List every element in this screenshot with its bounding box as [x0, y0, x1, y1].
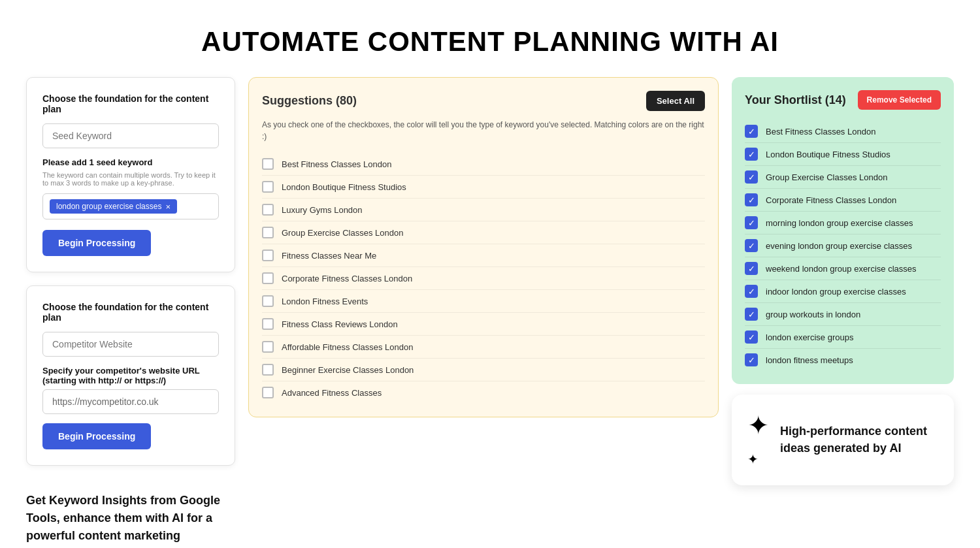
checked-checkbox-icon: ✓: [745, 216, 758, 229]
suggestions-title: Suggestions (80): [262, 94, 357, 108]
shortlist-list-item: ✓ evening london group exercise classes: [745, 234, 941, 257]
suggestion-label: Luxury Gyms London: [282, 205, 363, 215]
shortlist-item-label: group workouts in london: [766, 310, 860, 319]
shortlist-list-item: ✓ weekend london group exercise classes: [745, 257, 941, 280]
suggestion-label: Best Fitness Classes London: [282, 159, 391, 169]
middle-column: Suggestions (80) Select All As you check…: [248, 77, 719, 430]
suggestion-label: Fitness Class Reviews London: [282, 319, 398, 329]
suggestions-list: Best Fitness Classes London London Bouti…: [262, 153, 705, 404]
suggestion-label: Advanced Fitness Classes: [282, 388, 382, 398]
checked-checkbox-icon: ✓: [745, 125, 758, 138]
shortlist-item-label: Group Exercise Classes London: [766, 172, 887, 182]
shortlist-list-item: ✓ Best Fitness Classes London: [745, 120, 941, 143]
suggestion-label: London Boutique Fitness Studios: [282, 182, 406, 192]
suggestion-label: Group Exercise Classes London: [282, 228, 403, 238]
shortlist-list-item: ✓ london fitness meetups: [745, 349, 941, 371]
suggestion-checkbox[interactable]: [262, 318, 274, 330]
shortlist-item-label: morning london group exercise classes: [766, 218, 913, 228]
suggestion-label: Corporate Fitness Classes London: [282, 274, 412, 283]
shortlist-list-item: ✓ Group Exercise Classes London: [745, 166, 941, 189]
card2-foundation-input[interactable]: [42, 332, 219, 357]
suggestions-desc: As you check one of the checkboxes, the …: [262, 119, 705, 142]
suggestion-checkbox[interactable]: [262, 364, 274, 376]
page-title: AUTOMATE CONTENT PLANNING WITH AI: [0, 0, 980, 77]
suggestion-list-item: Group Exercise Classes London: [262, 221, 705, 244]
shortlist-header: Your Shortlist (14) Remove Selected: [745, 90, 941, 110]
card1-keyword-label: Please add 1 seed keyword: [42, 157, 219, 167]
checked-checkbox-icon: ✓: [745, 193, 758, 206]
ai-card-text: High-performance content ideas generated…: [780, 423, 938, 456]
card1-keyword-hint: The keyword can contain multiple words. …: [42, 171, 219, 187]
shortlist-list-item: ✓ indoor london group exercise classes: [745, 280, 941, 303]
shortlist-title: Your Shortlist (14): [745, 93, 846, 107]
suggestion-label: Beginner Exercise Classes London: [282, 365, 414, 375]
suggestion-checkbox[interactable]: [262, 295, 274, 307]
checked-checkbox-icon: ✓: [745, 170, 758, 184]
card1-foundation-input[interactable]: [42, 123, 219, 148]
seed-keyword-card: Choose the foundation for the content pl…: [26, 77, 235, 272]
suggestion-checkbox[interactable]: [262, 250, 274, 261]
shortlist-list-item: ✓ morning london group exercise classes: [745, 212, 941, 234]
suggestion-list-item: Luxury Gyms London: [262, 199, 705, 221]
tag-close-icon[interactable]: ×: [165, 202, 171, 211]
sparkle-icon: ✦✦: [747, 410, 770, 470]
remove-selected-button[interactable]: Remove Selected: [858, 90, 941, 110]
card1-foundation-label: Choose the foundation for the content pl…: [42, 93, 219, 114]
suggestion-checkbox[interactable]: [262, 158, 274, 170]
checked-checkbox-icon: ✓: [745, 148, 758, 161]
shortlist-item-label: london exercise groups: [766, 332, 853, 342]
suggestions-header: Suggestions (80) Select All: [262, 91, 705, 111]
shortlist-list-item: ✓ Corporate Fitness Classes London: [745, 189, 941, 212]
suggestion-list-item: Advanced Fitness Classes: [262, 381, 705, 404]
shortlist-list-item: ✓ london exercise groups: [745, 326, 941, 349]
suggestion-label: London Fitness Events: [282, 297, 368, 306]
card2-url-label: Specify your competitor's website URL (s…: [42, 366, 219, 385]
suggestion-list-item: Fitness Classes Near Me: [262, 244, 705, 267]
suggestion-list-item: Affordable Fitness Classes London: [262, 336, 705, 359]
suggestion-list-item: Beginner Exercise Classes London: [262, 359, 705, 381]
suggestion-checkbox[interactable]: [262, 341, 274, 353]
suggestion-list-item: London Fitness Events: [262, 290, 705, 313]
suggestion-label: Fitness Classes Near Me: [282, 251, 376, 261]
shortlist-list-item: ✓ London Boutique Fitness Studios: [745, 143, 941, 166]
begin-processing-btn-1[interactable]: Begin Processing: [42, 230, 151, 256]
bottom-left-text: Get Keyword Insights from Google Tools, …: [26, 492, 222, 548]
shortlist-item-label: evening london group exercise classes: [766, 241, 912, 251]
shortlist-item-label: London Boutique Fitness Studios: [766, 150, 890, 159]
checked-checkbox-icon: ✓: [745, 285, 758, 298]
left-column: Choose the foundation for the content pl…: [26, 77, 235, 548]
suggestion-checkbox[interactable]: [262, 227, 274, 238]
keyword-tag: london group exercise classes ×: [50, 199, 177, 214]
suggestion-list-item: Best Fitness Classes London: [262, 153, 705, 176]
suggestions-card: Suggestions (80) Select All As you check…: [248, 77, 719, 417]
keyword-tag-text: london group exercise classes: [56, 202, 161, 211]
checked-checkbox-icon: ✓: [745, 308, 758, 321]
ai-performance-card: ✦✦ High-performance content ideas genera…: [732, 395, 954, 485]
right-column: Your Shortlist (14) Remove Selected ✓ Be…: [732, 77, 954, 485]
card1-tag-container: london group exercise classes ×: [42, 193, 219, 219]
suggestion-checkbox[interactable]: [262, 272, 274, 284]
begin-processing-btn-2[interactable]: Begin Processing: [42, 423, 151, 449]
shortlist-item-label: Corporate Fitness Classes London: [766, 195, 896, 205]
checked-checkbox-icon: ✓: [745, 262, 758, 275]
suggestion-label: Affordable Fitness Classes London: [282, 342, 413, 352]
card2-url-input[interactable]: [42, 389, 219, 414]
suggestion-checkbox[interactable]: [262, 204, 274, 216]
suggestion-list-item: London Boutique Fitness Studios: [262, 176, 705, 199]
checked-checkbox-icon: ✓: [745, 239, 758, 252]
competitor-website-card: Choose the foundation for the content pl…: [26, 285, 235, 466]
select-all-button[interactable]: Select All: [646, 91, 705, 111]
shortlist-list: ✓ Best Fitness Classes London ✓ London B…: [745, 120, 941, 371]
suggestion-checkbox[interactable]: [262, 181, 274, 193]
shortlist-item-label: Best Fitness Classes London: [766, 127, 875, 137]
checked-checkbox-icon: ✓: [745, 353, 758, 366]
card2-foundation-label: Choose the foundation for the content pl…: [42, 302, 219, 323]
shortlist-list-item: ✓ group workouts in london: [745, 303, 941, 326]
shortlist-item-label: weekend london group exercise classes: [766, 264, 917, 274]
shortlist-item-label: indoor london group exercise classes: [766, 287, 906, 297]
suggestion-checkbox[interactable]: [262, 387, 274, 398]
suggestion-list-item: Corporate Fitness Classes London: [262, 267, 705, 290]
checked-checkbox-icon: ✓: [745, 330, 758, 344]
suggestion-list-item: Fitness Class Reviews London: [262, 313, 705, 336]
shortlist-item-label: london fitness meetups: [766, 355, 853, 365]
